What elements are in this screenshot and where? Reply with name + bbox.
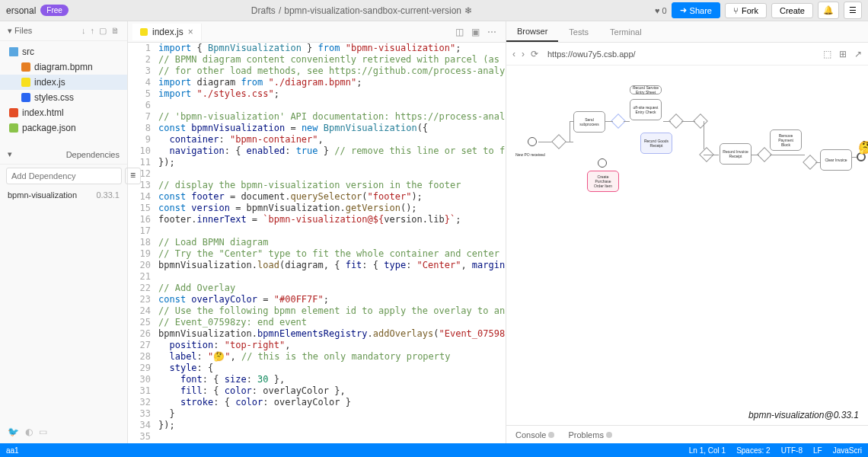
tab-terminal[interactable]: Terminal	[599, 21, 653, 42]
structure-icon[interactable]: ⊞	[839, 49, 847, 59]
tree-file-styles[interactable]: styles.css	[0, 90, 127, 105]
toggle-responsive-icon[interactable]: ⬚	[823, 49, 831, 59]
deps-panel-header[interactable]: ▾ Dependencies	[0, 145, 127, 165]
format-icon[interactable]: ▣	[471, 27, 480, 37]
tab-index-js[interactable]: index.js ×	[132, 24, 202, 40]
add-dependency-input[interactable]	[6, 168, 122, 184]
sb-branch[interactable]: aa1	[6, 446, 19, 455]
notifications-button[interactable]: 🔔	[818, 2, 839, 19]
nav-back-icon[interactable]: ‹	[512, 49, 515, 59]
preview-column: Browser Tests Terminal ‹ › ⟳ ⬚ ⊞ ↗ New P…	[506, 21, 868, 443]
dependency-row[interactable]: bpmn-visualization 0.33.1	[0, 187, 127, 203]
sidebar: ▾ Files ↓ ↑ ▢ 🗎 src diagram.bpmn index.j…	[0, 21, 128, 443]
close-tab-icon[interactable]: ×	[188, 27, 193, 37]
sb-spaces[interactable]: Spaces: 2	[736, 446, 770, 455]
new-file-icon[interactable]: 🗎	[111, 26, 120, 36]
github-icon[interactable]: ◐	[25, 427, 33, 437]
open-external-icon[interactable]: ↗	[854, 49, 862, 59]
new-folder-icon[interactable]: ▢	[99, 26, 107, 36]
titlebar: ersonal Free Drafts / bpmn-visualization…	[0, 0, 868, 21]
sb-encoding[interactable]: UTF-8	[781, 446, 803, 455]
more-menu-button[interactable]: ☰	[844, 2, 862, 19]
sb-lang[interactable]: JavaScri	[833, 446, 862, 455]
files-panel-header[interactable]: ▾ Files ↓ ↑ ▢ 🗎	[0, 21, 127, 41]
preview-tabs: Browser Tests Terminal	[506, 21, 868, 43]
plan-badge: Free	[40, 5, 69, 16]
preview-content[interactable]: New PO received Send subprocess off-site…	[506, 66, 868, 405]
likes-count[interactable]: ♥ 0	[655, 6, 667, 15]
code-editor[interactable]: 1import { BpmnVisualization } from "bpmn…	[128, 43, 506, 443]
editor-column: index.js × ◫ ▣ ⋯ 1import { BpmnVisualiza…	[128, 21, 506, 443]
tab-tests[interactable]: Tests	[558, 21, 599, 42]
fork-button[interactable]: ⑂ Fork	[725, 3, 767, 18]
browser-address-bar: ‹ › ⟳ ⬚ ⊞ ↗	[506, 43, 868, 66]
nav-forward-icon[interactable]: ›	[522, 49, 525, 59]
twitter-icon[interactable]: 🐦	[8, 427, 19, 437]
statusbar: aa1 Ln 1, Col 1 Spaces: 2 UTF-8 LF JavaS…	[0, 443, 868, 457]
download-icon[interactable]: ↓	[81, 26, 86, 36]
editor-more-icon[interactable]: ⋯	[487, 27, 496, 37]
frozen-icon: ❄	[464, 5, 472, 16]
upload-icon[interactable]: ↑	[91, 26, 95, 36]
tree-file-index-js[interactable]: index.js	[0, 75, 127, 90]
breadcrumb-folder[interactable]: Drafts	[251, 5, 276, 16]
bpmn-diagram[interactable]: New PO received Send subprocess off-site…	[514, 81, 860, 218]
split-editor-icon[interactable]: ◫	[455, 27, 464, 37]
tree-file-package[interactable]: package.json	[0, 120, 127, 136]
reload-icon[interactable]: ⟳	[531, 49, 538, 59]
file-tree: src diagram.bpmn index.js styles.css ind…	[0, 41, 127, 139]
sb-cursor[interactable]: Ln 1, Col 1	[689, 446, 726, 455]
breadcrumb-sandbox[interactable]: bpmn-visualization-sandbox-current-versi…	[284, 5, 461, 16]
share-button[interactable]: ➜ Share	[672, 2, 720, 18]
workspace-name: ersonal	[6, 5, 36, 16]
url-input[interactable]	[544, 46, 817, 62]
tree-file-diagram[interactable]: diagram.bpmn	[0, 59, 127, 75]
tree-folder-src[interactable]: src	[0, 44, 127, 59]
preview-footer: bpmn-visualization@0.33.1	[506, 405, 868, 425]
discord-icon[interactable]: ▭	[39, 427, 47, 437]
create-button[interactable]: Create	[771, 3, 813, 18]
tree-file-index-html[interactable]: index.html	[0, 105, 127, 120]
console-panel-header[interactable]: Console Problems	[506, 425, 868, 443]
tab-browser[interactable]: Browser	[506, 21, 558, 42]
sb-eol[interactable]: LF	[813, 446, 822, 455]
editor-tabs: index.js × ◫ ▣ ⋯	[128, 21, 506, 43]
